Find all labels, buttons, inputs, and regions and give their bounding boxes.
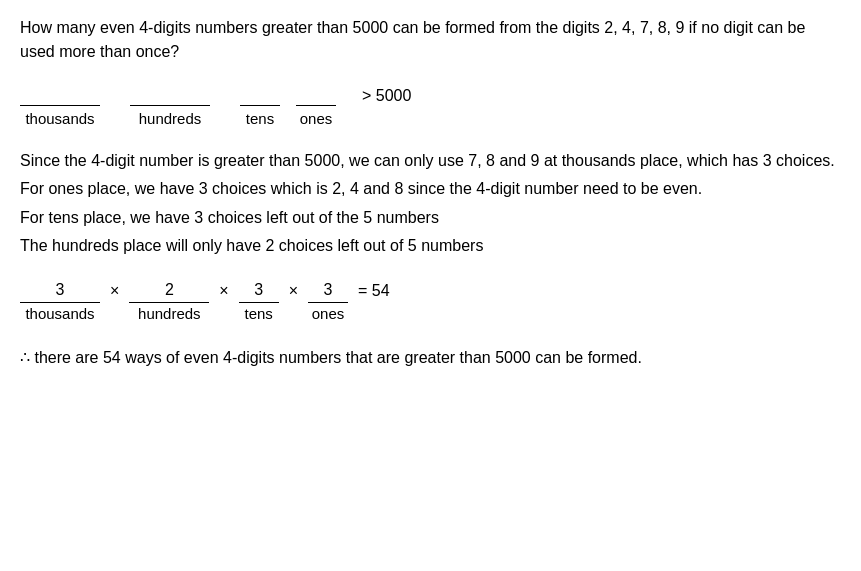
thousands-label: thousands	[25, 108, 94, 131]
tens-blank-line	[240, 105, 280, 106]
times-sign-3: ×	[289, 279, 298, 325]
ones-mult-value: 3	[308, 278, 348, 303]
thousands-mult-group: 3 thousands	[20, 278, 100, 326]
multiply-place-row: 3 thousands × 2 hundreds × 3 tens × 3 on…	[20, 278, 841, 326]
hundreds-mult-label: hundreds	[138, 303, 201, 326]
times-sign-1: ×	[110, 279, 119, 325]
tens-label: tens	[246, 108, 274, 131]
hundreds-blank-line	[130, 105, 210, 106]
explanation-line1: Since the 4-digit number is greater than…	[20, 148, 841, 174]
hundreds-mult-group: 2 hundreds	[129, 278, 209, 326]
explanation-block: Since the 4-digit number is greater than…	[20, 148, 841, 260]
explanation-line4: The hundreds place will only have 2 choi…	[20, 233, 841, 259]
ones-blank-line	[296, 105, 336, 106]
thousands-blank-group: thousands	[20, 105, 100, 131]
question-text: How many even 4-digits numbers greater t…	[20, 16, 841, 64]
thousands-mult-value: 3	[20, 278, 100, 303]
ones-blank-group: ones	[296, 105, 336, 131]
tens-mult-group: 3 tens	[239, 278, 279, 326]
greater-than-label: > 5000	[362, 84, 411, 130]
hundreds-blank-group: hundreds	[130, 105, 210, 131]
result-equals: = 54	[358, 279, 390, 325]
ones-label: ones	[300, 108, 333, 131]
explanation-line2: For ones place, we have 3 choices which …	[20, 176, 841, 202]
ones-mult-group: 3 ones	[308, 278, 348, 326]
times-sign-2: ×	[219, 279, 228, 325]
tens-blank-group: tens	[240, 105, 280, 131]
thousands-mult-label: thousands	[25, 303, 94, 326]
blank-place-row: thousands hundreds tens ones > 5000	[20, 84, 841, 130]
thousands-blank-line	[20, 105, 100, 106]
conclusion-block: ∴ there are 54 ways of even 4-digits num…	[20, 345, 841, 371]
tens-mult-value: 3	[239, 278, 279, 303]
tens-mult-label: tens	[245, 303, 273, 326]
ones-mult-label: ones	[312, 303, 345, 326]
conclusion-text: ∴ there are 54 ways of even 4-digits num…	[20, 345, 841, 371]
explanation-line3: For tens place, we have 3 choices left o…	[20, 205, 841, 231]
hundreds-mult-value: 2	[129, 278, 209, 303]
hundreds-label: hundreds	[139, 108, 202, 131]
